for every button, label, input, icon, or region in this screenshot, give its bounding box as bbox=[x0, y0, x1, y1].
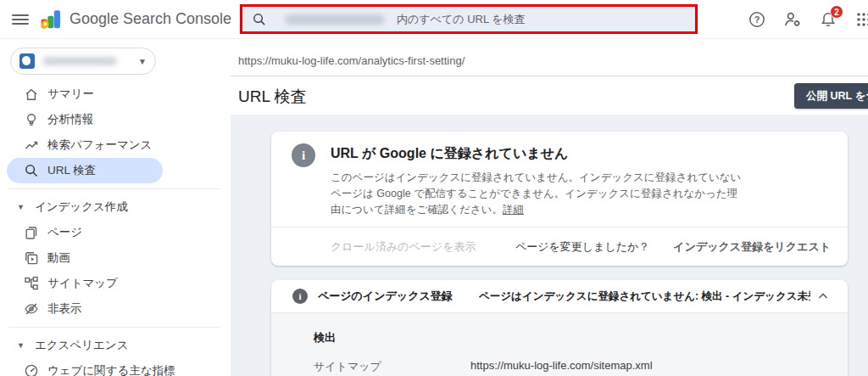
info-icon: i bbox=[292, 289, 308, 304]
discovery-section-label: 検出 bbox=[314, 330, 848, 345]
page-title: URL 検査 bbox=[238, 86, 307, 108]
sidebar-item-label: 動画 bbox=[47, 250, 70, 266]
user-settings-icon[interactable] bbox=[783, 10, 802, 29]
sidebar-item-label: URL 検査 bbox=[47, 163, 96, 178]
triangle-collapse-icon: ▼ bbox=[17, 341, 25, 350]
card-footer: クロール済みのページを表示 ページを変更しましたか？ インデックス登録をリクエス… bbox=[271, 227, 848, 266]
sidebar-item-label: 非表示 bbox=[47, 301, 82, 317]
info-icon: i bbox=[292, 143, 315, 167]
divider bbox=[8, 327, 220, 328]
sidebar-item-url-inspection[interactable]: URL 検査 bbox=[7, 158, 163, 183]
accordion-title: ページのインデックス登録 bbox=[318, 289, 453, 304]
sidebar-item-sitemaps[interactable]: サイトマップ bbox=[7, 271, 163, 296]
home-icon bbox=[24, 87, 39, 102]
sidebar-section-indexing[interactable]: ▼ インデックス作成 bbox=[0, 194, 231, 220]
test-live-url-button[interactable]: 公開 URL をテスト bbox=[794, 83, 868, 109]
video-icon bbox=[24, 250, 39, 266]
search-console-window: Google Search Console 内のすべての URL を検査 ? bbox=[0, 0, 868, 376]
help-icon[interactable]: ? bbox=[748, 10, 766, 29]
chevron-down-icon: ▼ bbox=[138, 57, 147, 66]
sidebar-item-label: ウェブに関する主な指標 bbox=[47, 363, 175, 376]
page-header: URL 検査 公開 URL をテスト bbox=[231, 76, 868, 115]
sidebar: ▼ サマリー 分析情報 bbox=[0, 39, 231, 376]
search-icon bbox=[24, 163, 39, 178]
url-inspection-search-input[interactable]: 内のすべての URL を検査 bbox=[242, 7, 695, 31]
main-content: https://muku-log-life.com/analytics-firs… bbox=[231, 39, 868, 376]
svg-text:?: ? bbox=[754, 14, 760, 25]
sidebar-item-label: サイトマップ bbox=[47, 276, 118, 291]
annotation-red-box: 内のすべての URL を検査 bbox=[240, 4, 698, 34]
view-crawled-page-button: クロール済みのページを表示 bbox=[331, 239, 476, 255]
sidebar-item-videos[interactable]: 動画 bbox=[7, 245, 163, 271]
sidebar-item-label: 分析情報 bbox=[47, 112, 93, 127]
sidebar-item-core-web-vitals[interactable]: ウェブに関する主な指標 bbox=[7, 358, 163, 376]
sidebar-item-pages[interactable]: ページ bbox=[7, 220, 163, 245]
sidebar-item-label: ページ bbox=[47, 225, 82, 240]
search-icon bbox=[252, 12, 266, 26]
hamburger-menu-icon[interactable] bbox=[12, 12, 29, 27]
gauge-icon bbox=[24, 363, 39, 376]
card-title: URL が Google に登録されていません bbox=[331, 145, 827, 163]
card-page-indexing: i ページのインデックス登録 ページはインデックスに登録されていません: 検出 … bbox=[271, 280, 848, 376]
search-placeholder: 内のすべての URL を検査 bbox=[397, 12, 526, 27]
card-url-not-indexed: i URL が Google に登録されていません このページはインデックスに登… bbox=[271, 132, 848, 266]
card-body-text: このページはインデックスに登録されていません。インデックスに登録されていない ペ… bbox=[331, 170, 827, 218]
sidebar-item-performance[interactable]: 検索パフォーマンス bbox=[7, 132, 163, 158]
sidebar-item-label: サマリー bbox=[47, 87, 94, 102]
triangle-collapse-icon: ▼ bbox=[17, 203, 25, 211]
sidebar-section-experience[interactable]: ▼ エクスペリエンス bbox=[0, 333, 231, 358]
sitemap-row: サイトマップ https://muku-log-life.com/sitemap… bbox=[314, 359, 848, 374]
sidebar-item-removals[interactable]: 非表示 bbox=[7, 296, 163, 322]
learn-more-link[interactable]: 詳細 bbox=[503, 204, 524, 216]
sidebar-section-label: インデックス作成 bbox=[35, 199, 128, 215]
sitemap-value: https://muku-log-life.com/sitemap.xml bbox=[470, 359, 653, 374]
property-selector[interactable]: ▼ bbox=[10, 48, 156, 75]
card-header: i URL が Google に登録されていません このページはインデックスに登… bbox=[271, 132, 848, 227]
lightbulb-icon bbox=[24, 112, 39, 127]
sidebar-nav: サマリー 分析情報 検索パフォーマンス bbox=[0, 81, 231, 376]
request-indexing-button[interactable]: インデックス登録をリクエスト bbox=[673, 239, 831, 255]
sidebar-item-insights[interactable]: 分析情報 bbox=[7, 107, 163, 132]
topbar: Google Search Console 内のすべての URL を検査 ? bbox=[0, 0, 868, 39]
divider bbox=[8, 188, 220, 189]
accordion-body: 検出 サイトマップ https://muku-log-life.com/site… bbox=[271, 312, 848, 376]
search-console-logo-icon bbox=[41, 8, 63, 31]
apps-grid-icon[interactable] bbox=[854, 10, 868, 29]
redacted-property-name bbox=[42, 57, 117, 65]
page-changed-question: ページを変更しましたか？ bbox=[515, 239, 649, 255]
redacted-property-url bbox=[285, 14, 385, 25]
notification-count-badge: 2 bbox=[830, 5, 843, 19]
eye-off-icon bbox=[24, 301, 39, 317]
body-line: ページは Google で配信することができません。インデックスに登録されなかっ… bbox=[331, 186, 827, 202]
trending-up-icon bbox=[24, 137, 39, 153]
body-line: 由について詳細をご確認ください。詳細 bbox=[331, 202, 827, 218]
chevron-up-icon[interactable] bbox=[815, 289, 831, 304]
content-area: i URL が Google に登録されていません このページはインデックスに登… bbox=[231, 115, 868, 376]
body-line-text: 由について詳細をご確認ください。 bbox=[331, 204, 503, 216]
sidebar-section-label: エクスペリエンス bbox=[35, 338, 129, 353]
app-title: Google Search Console bbox=[70, 10, 231, 28]
indexing-status-text: ページはインデックスに登録されていません: 検出 - インデックス未登録 bbox=[479, 289, 810, 304]
property-icon bbox=[19, 53, 35, 69]
breadcrumb: https://muku-log-life.com/analytics-firs… bbox=[238, 54, 465, 67]
breadcrumb-row: https://muku-log-life.com/analytics-firs… bbox=[231, 39, 868, 76]
sitemap-label: サイトマップ bbox=[314, 359, 470, 374]
accordion-header[interactable]: i ページのインデックス登録 ページはインデックスに登録されていません: 検出 … bbox=[271, 280, 848, 312]
body-line: このページはインデックスに登録されていません。インデックスに登録されていない bbox=[331, 170, 827, 186]
sidebar-item-label: 検索パフォーマンス bbox=[47, 137, 152, 153]
sidebar-item-summary[interactable]: サマリー bbox=[7, 81, 163, 107]
pages-icon bbox=[24, 225, 39, 240]
notifications-bell-icon[interactable]: 2 bbox=[819, 10, 837, 29]
footer-actions: ページを変更しましたか？ インデックス登録をリクエスト bbox=[515, 239, 831, 255]
sitemap-icon bbox=[24, 276, 39, 291]
topbar-icons: ? 2 bbox=[748, 0, 868, 39]
